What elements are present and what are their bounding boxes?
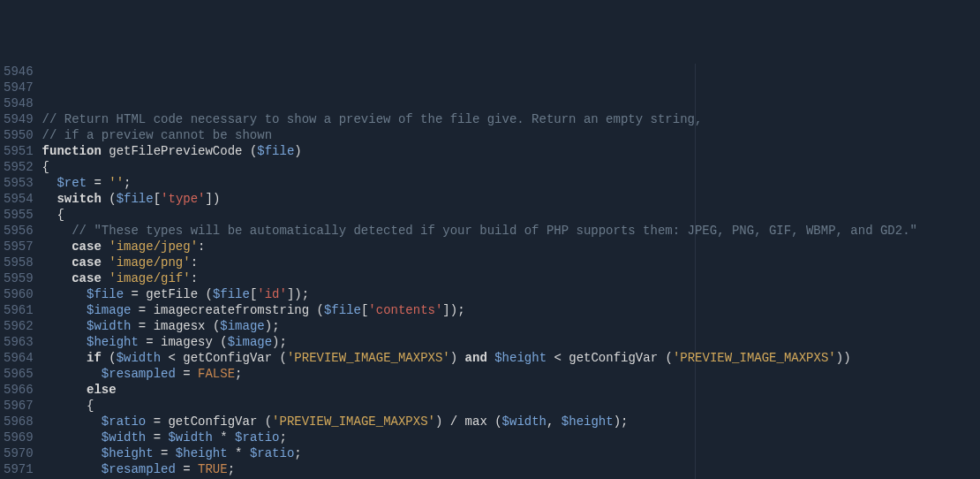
line-number: 5970 — [4, 445, 34, 461]
line-number: 5950 — [4, 127, 34, 143]
column-ruler — [695, 64, 696, 479]
line-number: 5969 — [4, 430, 34, 445]
code-line[interactable]: case 'image/jpeg': — [42, 239, 980, 255]
line-number: 5963 — [4, 334, 34, 350]
code-line[interactable]: // if a preview cannot be shown — [42, 127, 980, 143]
code-line[interactable]: if ($width < getConfigVar ('PREVIEW_IMAG… — [42, 350, 980, 366]
line-number: 5956 — [4, 223, 34, 239]
line-number-gutter: 5946594759485949595059515952595359545955… — [0, 64, 41, 479]
code-line[interactable]: $resampled = TRUE; — [42, 461, 980, 477]
code-line[interactable]: $width = $width * $ratio; — [42, 430, 980, 445]
code-line[interactable]: case 'image/gif': — [42, 270, 980, 286]
line-number: 5954 — [4, 191, 34, 207]
line-number: 5961 — [4, 302, 34, 318]
code-line[interactable]: { — [42, 398, 980, 414]
code-line[interactable]: $width = imagesx ($image); — [42, 318, 980, 334]
code-line[interactable]: $height = imagesy ($image); — [42, 334, 980, 350]
line-number: 5966 — [4, 382, 34, 398]
line-number: 5965 — [4, 366, 34, 382]
line-number: 5948 — [4, 95, 34, 111]
line-number: 5947 — [4, 80, 34, 95]
code-line[interactable]: $file = getFile ($file['id']); — [42, 286, 980, 302]
code-editor[interactable]: 5946594759485949595059515952595359545955… — [0, 64, 980, 479]
line-number: 5962 — [4, 318, 34, 334]
line-number: 5955 — [4, 207, 34, 223]
code-line[interactable]: // Return HTML code necessary to show a … — [42, 111, 980, 127]
code-line[interactable]: $ratio = getConfigVar ('PREVIEW_IMAGE_MA… — [42, 414, 980, 430]
code-line[interactable]: // "These types will be automatically de… — [42, 223, 980, 239]
line-number: 5953 — [4, 175, 34, 191]
line-number: 5952 — [4, 159, 34, 175]
line-number: 5946 — [4, 64, 34, 80]
code-line[interactable]: $height = $height * $ratio; — [42, 445, 980, 461]
code-line[interactable]: case 'image/png': — [42, 255, 980, 270]
line-number: 5957 — [4, 239, 34, 255]
code-line[interactable]: else — [42, 382, 980, 398]
line-number: 5959 — [4, 270, 34, 286]
line-number: 5951 — [4, 143, 34, 159]
code-line[interactable]: switch ($file['type']) — [42, 191, 980, 207]
line-number: 5971 — [4, 461, 34, 477]
code-line[interactable]: $ret = ''; — [42, 175, 980, 191]
code-line[interactable]: { — [42, 207, 980, 223]
line-number: 5958 — [4, 255, 34, 270]
line-number: 5968 — [4, 414, 34, 430]
code-area[interactable]: // Return HTML code necessary to show a … — [41, 64, 980, 479]
line-number: 5964 — [4, 350, 34, 366]
code-line[interactable]: function getFilePreviewCode ($file) — [42, 143, 980, 159]
code-line[interactable]: { — [42, 159, 980, 175]
line-number: 5949 — [4, 111, 34, 127]
code-line[interactable]: $resampled = FALSE; — [42, 366, 980, 382]
line-number: 5960 — [4, 286, 34, 302]
code-line[interactable]: $image = imagecreatefromstring ($file['c… — [42, 302, 980, 318]
line-number: 5967 — [4, 398, 34, 414]
